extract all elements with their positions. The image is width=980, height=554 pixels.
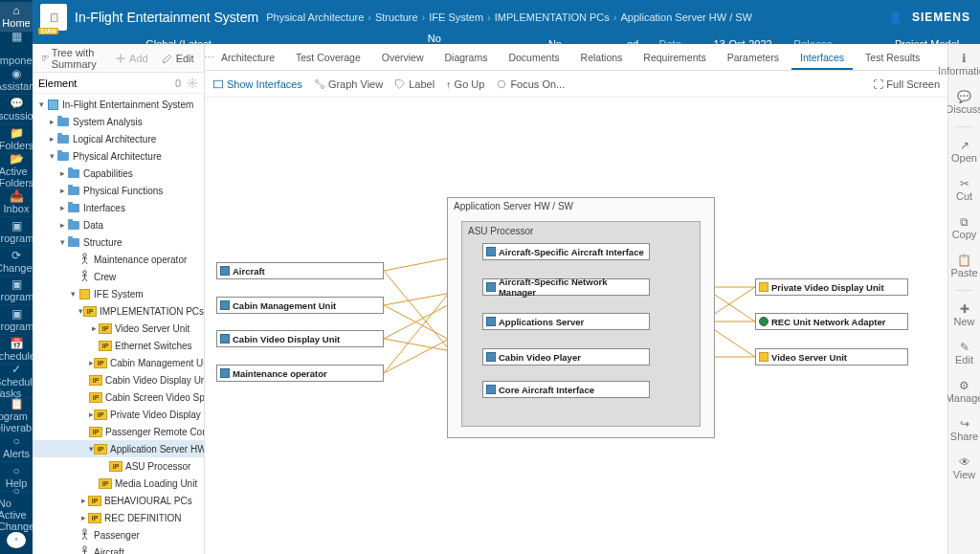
tab-diagrams[interactable]: Diagrams xyxy=(436,47,497,70)
right-rail-share[interactable]: ↪Share xyxy=(948,415,980,444)
gear-icon[interactable] xyxy=(187,78,198,89)
tab-parameters[interactable]: Parameters xyxy=(719,47,788,70)
user-icon[interactable]: 👤 xyxy=(889,11,902,24)
breadcrumb-2[interactable]: IFE System xyxy=(429,11,483,23)
interface-node[interactable]: Maintenance operator xyxy=(216,365,384,382)
left-rail-discussions[interactable]: 💬Discussions xyxy=(0,95,33,124)
tree-node[interactable]: ▸Capabilities xyxy=(33,165,204,182)
tree-node[interactable]: ▸IPPrivate Video Display Unit xyxy=(33,406,204,423)
interface-node[interactable]: REC Unit Network Adapter xyxy=(755,313,908,330)
tree-node[interactable]: Crew xyxy=(33,268,204,285)
right-rail-edit[interactable]: ✎Edit xyxy=(948,339,980,367)
full-screen-button[interactable]: ⛶Full Screen xyxy=(873,78,940,90)
left-rail-ui-components[interactable]: ▦UI Components xyxy=(0,32,33,66)
main-column: 📋SMW In-Flight Entertainment System Phys… xyxy=(33,0,980,554)
left-rail-changes[interactable]: ⟳Changes xyxy=(0,247,33,277)
tree-with-summary-button[interactable]: Tree with Summary xyxy=(38,45,105,72)
tree-node[interactable]: ▸IPVideo Server Unit xyxy=(33,320,204,337)
show-interfaces-button[interactable]: Show Interfaces xyxy=(212,78,302,90)
tab-documents[interactable]: Documents xyxy=(500,47,568,70)
tree-node[interactable]: ▸IPCabin Management Unit xyxy=(33,354,204,371)
right-rail-manage[interactable]: ⚙Manage xyxy=(948,377,980,406)
left-rail-alerts[interactable]: ○Alerts xyxy=(0,433,33,463)
left-rail-no-active-change[interactable]: ○No Active Change xyxy=(0,492,33,526)
tree-node[interactable]: ▸Data xyxy=(33,216,204,233)
interface-node[interactable]: Aircraft-Specific Network Manager xyxy=(482,278,650,296)
tree-node[interactable]: Maintenance operator xyxy=(33,251,204,268)
graph-view-button[interactable]: Graph View xyxy=(314,78,383,90)
edit-button[interactable]: Edit xyxy=(158,51,198,66)
breadcrumb-4[interactable]: Application Server HW / SW xyxy=(620,11,752,23)
tab-overview[interactable]: Overview xyxy=(373,47,433,70)
left-rail-assistant[interactable]: ◉Assistant xyxy=(0,66,33,96)
tree-node[interactable]: IPCabin Screen Video Splitter xyxy=(33,388,204,406)
right-rail-open[interactable]: ↗Open xyxy=(948,137,980,166)
tree-node[interactable]: IPEthernet Switches xyxy=(33,337,204,354)
tree-node[interactable]: Passenger xyxy=(33,526,204,543)
left-rail-programs[interactable]: ▣Programs xyxy=(0,305,33,335)
left-rail-inbox[interactable]: 📥Inbox xyxy=(0,188,33,218)
left-rail-home[interactable]: ⌂Home xyxy=(0,2,33,32)
tree-node[interactable]: Aircraft xyxy=(33,543,204,554)
interface-node[interactable]: Aircraft-Specific Aircraft Interface xyxy=(482,243,650,260)
svg-point-18 xyxy=(82,546,85,549)
right-rail-view[interactable]: 👁View xyxy=(948,454,980,482)
interface-node[interactable]: Private Video Display Unit xyxy=(755,278,908,296)
breadcrumb-0[interactable]: Physical Architecture xyxy=(266,11,364,23)
interface-node[interactable]: Cabin Management Unit xyxy=(216,297,384,314)
right-rail-paste[interactable]: 📋Paste xyxy=(948,252,980,280)
interface-node[interactable]: Applications Server xyxy=(482,313,650,330)
tab-architecture[interactable]: Architecture xyxy=(212,47,283,70)
left-rail-active-folders[interactable]: 📂Active Folders xyxy=(0,154,33,188)
tree-node[interactable]: ▾IPApplication Server HW / SW xyxy=(33,440,204,457)
tab-test-results[interactable]: Test Results xyxy=(857,47,928,70)
interface-node[interactable]: Video Server Unit xyxy=(755,348,908,366)
label-button[interactable]: Label xyxy=(394,78,434,90)
right-rail-information[interactable]: ℹInformation xyxy=(948,50,980,78)
tree-node[interactable]: ▾IFE System xyxy=(33,285,204,302)
tab-test-coverage[interactable]: Test Coverage xyxy=(287,47,369,70)
tree-node[interactable]: IPASU Processor xyxy=(33,457,204,475)
interface-node[interactable]: Cabin Video Player xyxy=(482,348,650,366)
left-rail-programs[interactable]: ▣Programs xyxy=(0,217,33,247)
interface-node[interactable]: Core Aircraft Interface xyxy=(482,381,650,398)
interface-node[interactable]: Cabin Video Display Unit xyxy=(216,330,384,347)
tree-node[interactable]: ▸Interfaces xyxy=(33,199,204,216)
tree-node[interactable]: IPPassenger Remote Control xyxy=(33,423,204,440)
go-up-button[interactable]: ↑Go Up xyxy=(446,78,484,90)
tree-node[interactable]: IPMedia Loading Unit xyxy=(33,475,204,492)
expand-rail-button[interactable]: ‹ xyxy=(7,532,26,548)
left-rail-schedules[interactable]: 📅Schedules xyxy=(0,335,33,365)
breadcrumb-1[interactable]: Structure xyxy=(375,11,418,23)
interface-node[interactable]: Aircraft xyxy=(216,262,384,279)
tree-node[interactable]: ▸IPBEHAVIOURAL PCs xyxy=(33,492,204,509)
left-rail-program-deliverables[interactable]: 📋Program Deliverables xyxy=(0,399,33,433)
tab-relations[interactable]: Relations xyxy=(572,47,632,70)
tree-node[interactable]: ▸Logical Architecture xyxy=(33,130,204,147)
tree-node[interactable]: ▸System Analysis xyxy=(33,113,204,130)
focus-on-button[interactable]: Focus On... xyxy=(496,78,565,90)
ip-icon: IP xyxy=(94,357,107,368)
tree-node[interactable]: ▾In-Flight Entertainment System xyxy=(33,96,204,113)
left-rail-folders[interactable]: 📁Folders xyxy=(0,124,33,154)
tree-node[interactable]: ▾IPIMPLEMENTATION PCs xyxy=(33,302,204,320)
right-rail-copy[interactable]: ⧉Copy xyxy=(948,213,980,242)
left-rail-schedule-tasks[interactable]: ✓Schedule Tasks xyxy=(0,365,33,399)
tree-node[interactable]: ▸IPREC DEFINITION xyxy=(33,509,204,526)
right-rail-new[interactable]: ✚New xyxy=(948,300,980,329)
breadcrumb-3[interactable]: IMPLEMENTATION PCs xyxy=(495,11,610,23)
ip-icon: IP xyxy=(109,460,122,472)
svg-line-26 xyxy=(318,82,321,85)
tab-interfaces[interactable]: Interfaces xyxy=(791,47,853,70)
svg-line-11 xyxy=(81,278,84,281)
tree-node[interactable]: IPCabin Video Display Unit xyxy=(33,371,204,388)
tab-requirements[interactable]: Requirements xyxy=(635,47,714,70)
tree-node[interactable]: ▾Physical Architecture xyxy=(33,147,204,165)
right-rail-cut[interactable]: ✂Cut xyxy=(948,175,980,204)
tree-node[interactable]: ▾Structure xyxy=(33,233,204,251)
diagram-canvas[interactable]: Application Server HW / SW ASU Processor… xyxy=(205,98,947,554)
tree-node[interactable]: ▸Physical Functions xyxy=(33,182,204,199)
app-icon: 📋SMW xyxy=(40,4,67,31)
left-rail-programs[interactable]: ▣Programs xyxy=(0,277,33,306)
right-rail-discuss[interactable]: 💬Discuss xyxy=(948,88,980,117)
